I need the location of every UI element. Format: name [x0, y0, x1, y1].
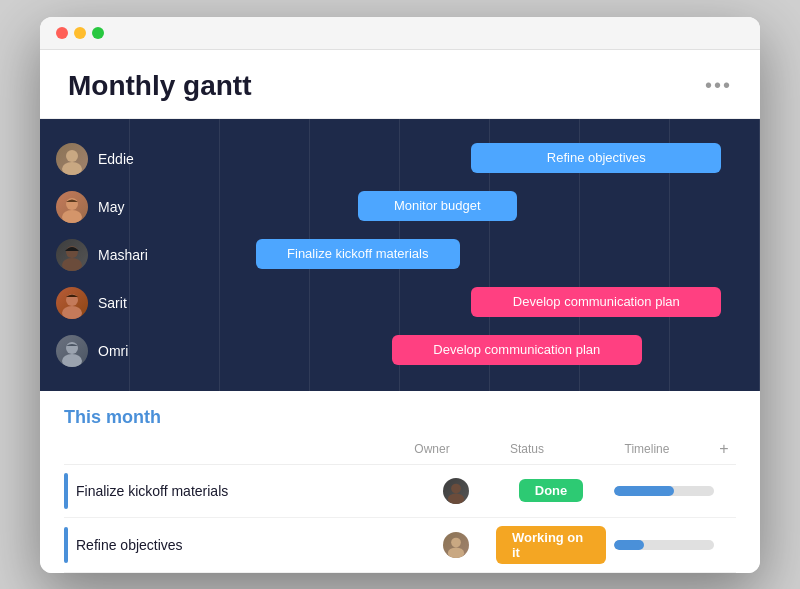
task-name-1: Finalize kickoff materials	[76, 483, 416, 499]
avatar-omri	[56, 335, 88, 367]
svg-point-8	[66, 342, 78, 354]
gantt-bar-omri[interactable]: Develop communication plan	[392, 335, 642, 365]
bar-area-sarit: Develop communication plan	[176, 287, 744, 319]
timeline-bg-2	[614, 540, 714, 550]
svg-point-5	[62, 258, 82, 271]
task-row-1: Finalize kickoff materials Done	[64, 465, 736, 518]
timeline-fill-2	[614, 540, 644, 550]
svg-point-9	[62, 354, 82, 367]
task-row-2: Refine objectives Working on it	[64, 518, 736, 573]
bar-area-omri: Develop communication plan	[176, 335, 744, 367]
task-owner-1	[416, 478, 496, 504]
task-status-2: Working on it	[496, 526, 606, 564]
person-sarit: Sarit	[56, 287, 176, 319]
avatar-may	[56, 191, 88, 223]
status-badge-done: Done	[519, 479, 584, 502]
gantt-chart: Eddie Refine objectives May	[40, 119, 760, 391]
avatar-mashari	[56, 239, 88, 271]
person-may: May	[56, 191, 176, 223]
person-name-eddie: Eddie	[98, 151, 134, 167]
person-omri: Omri	[56, 335, 176, 367]
bottom-section: This month Owner Status Timeline + Final…	[40, 391, 760, 573]
gantt-row-sarit: Sarit Develop communication plan	[40, 279, 760, 327]
bar-area-may: Monitor budget	[176, 191, 744, 223]
svg-point-13	[448, 547, 464, 558]
task-indicator-1	[64, 473, 68, 509]
maximize-button[interactable]	[92, 27, 104, 39]
person-name-sarit: Sarit	[98, 295, 127, 311]
gantt-bar-sarit[interactable]: Develop communication plan	[471, 287, 721, 317]
bar-area-eddie: Refine objectives	[176, 143, 744, 175]
person-eddie: Eddie	[56, 143, 176, 175]
header-owner-col: Owner	[392, 442, 472, 456]
person-mashari: Mashari	[56, 239, 176, 271]
header-status-col: Status	[472, 442, 582, 456]
svg-point-10	[451, 483, 461, 493]
titlebar	[40, 17, 760, 50]
section-title: This month	[64, 407, 736, 428]
timeline-fill-1	[614, 486, 674, 496]
gantt-row-may: May Monitor budget	[40, 183, 760, 231]
bar-area-mashari: Finalize kickoff materials	[176, 239, 744, 271]
close-button[interactable]	[56, 27, 68, 39]
status-badge-working: Working on it	[496, 526, 606, 564]
gantt-row-omri: Omri Develop communication plan	[40, 327, 760, 375]
more-options-button[interactable]: •••	[705, 74, 732, 97]
gantt-row-mashari: Mashari Finalize kickoff materials	[40, 231, 760, 279]
task-owner-2	[416, 532, 496, 558]
task-status-1: Done	[496, 479, 606, 502]
app-window: Monthly gantt ••• Eddie	[40, 17, 760, 573]
avatar-sarit	[56, 287, 88, 319]
svg-point-11	[448, 493, 464, 504]
svg-point-3	[62, 210, 82, 223]
timeline-bg-1	[614, 486, 714, 496]
person-name-may: May	[98, 199, 124, 215]
task-table-header: Owner Status Timeline +	[64, 440, 736, 465]
task-indicator-2	[64, 527, 68, 563]
task-name-2: Refine objectives	[76, 537, 416, 553]
gantt-bar-may[interactable]: Monitor budget	[358, 191, 517, 221]
gantt-row-eddie: Eddie Refine objectives	[40, 135, 760, 183]
minimize-button[interactable]	[74, 27, 86, 39]
person-name-omri: Omri	[98, 343, 128, 359]
svg-point-0	[66, 150, 78, 162]
header-timeline-col: Timeline	[582, 442, 712, 456]
task-timeline-1	[606, 486, 736, 496]
svg-point-12	[451, 537, 461, 547]
person-name-mashari: Mashari	[98, 247, 148, 263]
gantt-bar-mashari[interactable]: Finalize kickoff materials	[256, 239, 460, 269]
page-title: Monthly gantt	[68, 70, 252, 102]
page-header: Monthly gantt •••	[40, 50, 760, 119]
svg-point-7	[62, 306, 82, 319]
gantt-bar-eddie[interactable]: Refine objectives	[471, 143, 721, 173]
avatar-eddie	[56, 143, 88, 175]
avatar-task-owner-2	[443, 532, 469, 558]
traffic-lights	[56, 27, 104, 39]
add-column-button[interactable]: +	[712, 440, 736, 458]
task-timeline-2	[606, 540, 736, 550]
avatar-task-owner-1	[443, 478, 469, 504]
svg-point-1	[62, 162, 82, 175]
